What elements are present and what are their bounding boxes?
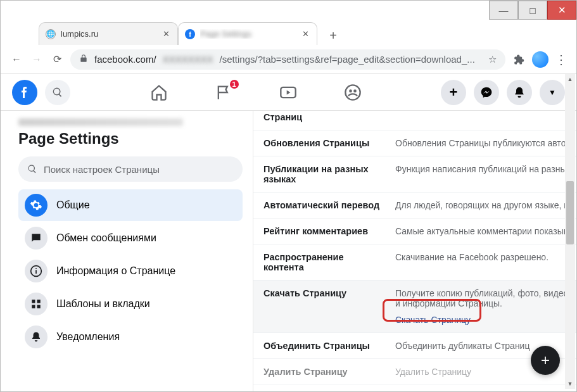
svg-point-5 xyxy=(35,236,37,237)
new-tab-button[interactable]: + xyxy=(324,26,343,45)
fb-center-nav: 1 xyxy=(78,82,433,103)
fb-header: 1 + ▼ xyxy=(1,74,576,111)
row-label: Удалить Страницу xyxy=(263,367,384,377)
search-icon xyxy=(27,164,37,174)
facebook-icon: f xyxy=(185,29,195,39)
bell-icon xyxy=(25,326,48,348)
home-icon[interactable] xyxy=(149,82,169,103)
info-icon xyxy=(25,260,48,282)
settings-row-comment-ranking[interactable]: Рейтинг комментариев Самые актуальные ко… xyxy=(253,218,576,244)
vertical-scrollbar[interactable]: ▲ ▼ xyxy=(565,74,575,389)
browser-tabs: 🌐 lumpics.ru ✕ f Page Settings ✕ + xyxy=(39,20,576,45)
settings-row-delete-page[interactable]: Удалить Страницу Удалить Страницу xyxy=(253,359,576,385)
grid-icon xyxy=(25,293,48,315)
help-fab-button[interactable]: + xyxy=(531,346,560,375)
globe-icon: 🌐 xyxy=(46,29,56,39)
notification-badge: 1 xyxy=(229,79,240,90)
sidebar-item-page-info[interactable]: Информация о Странице xyxy=(18,255,243,287)
sidebar-item-label: Шаблоны и вкладки xyxy=(56,298,150,310)
chat-icon xyxy=(25,227,48,250)
window-controls: — □ ✕ xyxy=(489,1,576,20)
bookmark-star-icon[interactable]: ☆ xyxy=(488,54,497,65)
window-minimize-button[interactable]: — xyxy=(489,1,518,20)
svg-point-6 xyxy=(37,236,39,237)
browser-menu-button[interactable]: ⋮ xyxy=(555,52,567,67)
settings-row-merge-pages[interactable]: Объединить Страницы Объединить дубликаты… xyxy=(253,333,576,359)
sidebar-item-label: Информация о Странице xyxy=(56,265,175,277)
url-input[interactable]: facebook.com/XXXXXXXX/settings/?tab=sett… xyxy=(70,49,505,70)
sidebar-nav: Общие Обмен сообщениями Информация о Стр… xyxy=(18,189,243,353)
tab-title: Page Settings xyxy=(200,29,296,39)
scroll-thumb[interactable] xyxy=(566,181,574,244)
row-desc xyxy=(395,112,570,122)
svg-rect-10 xyxy=(32,300,35,303)
watch-icon[interactable] xyxy=(278,82,298,103)
row-label: Обновления Страницы xyxy=(263,138,384,148)
settings-search-input[interactable]: Поиск настроек Страницы xyxy=(18,156,243,182)
row-desc: Обновления Страницы публикуются автомати… xyxy=(395,138,570,148)
sidebar-item-templates[interactable]: Шаблоны и вкладки xyxy=(18,288,243,320)
svg-rect-8 xyxy=(35,270,37,274)
scroll-down-icon[interactable]: ▼ xyxy=(565,379,575,389)
browser-tab-facebook[interactable]: f Page Settings ✕ xyxy=(178,22,317,45)
groups-icon[interactable] xyxy=(343,82,363,103)
svg-rect-11 xyxy=(37,300,41,303)
scroll-up-icon[interactable]: ▲ xyxy=(565,74,575,84)
tab-close-icon[interactable]: ✕ xyxy=(301,28,310,40)
forward-button[interactable]: → xyxy=(30,53,44,66)
browser-tab-lumpics[interactable]: 🌐 lumpics.ru ✕ xyxy=(39,22,178,45)
create-button[interactable]: + xyxy=(441,80,466,105)
settings-row-download-page[interactable]: Скачать Страницу Получите копию публикац… xyxy=(253,281,576,333)
tab-close-icon[interactable]: ✕ xyxy=(162,28,171,40)
search-placeholder: Поиск настроек Страницы xyxy=(44,164,160,175)
row-label: Рейтинг комментариев xyxy=(263,226,384,236)
row-desc: Для людей, говорящих на другом языке, мо… xyxy=(395,200,570,210)
page-body: Page Settings Поиск настроек Страницы Об… xyxy=(1,111,576,391)
url-host: facebook.com/ xyxy=(94,54,156,65)
address-bar: ← → ⟳ facebook.com/XXXXXXXX/settings/?ta… xyxy=(1,45,576,74)
reload-button[interactable]: ⟳ xyxy=(50,53,64,66)
page-title: Page Settings xyxy=(18,130,243,148)
svg-point-1 xyxy=(345,85,360,99)
row-label: Страниц xyxy=(263,112,384,122)
row-label: Объединить Страницы xyxy=(263,341,384,351)
url-path: /settings/?tab=settings&ref=page_edit&se… xyxy=(220,54,475,65)
sidebar-item-general[interactable]: Общие xyxy=(18,189,243,221)
settings-row-content-distribution[interactable]: Распространение контента Скачивание на F… xyxy=(253,244,576,281)
row-desc: Самые актуальные комментарии показываютс… xyxy=(395,226,570,236)
download-page-link[interactable]: Скачать Страницу xyxy=(395,315,471,325)
window-maximize-button[interactable]: □ xyxy=(518,1,547,20)
fb-search-button[interactable] xyxy=(45,80,70,105)
account-menu-button[interactable]: ▼ xyxy=(540,80,565,105)
left-sidebar: Page Settings Поиск настроек Страницы Об… xyxy=(1,111,253,391)
pages-flag-icon[interactable]: 1 xyxy=(213,82,234,103)
sidebar-item-label: Общие xyxy=(56,199,90,211)
notifications-button[interactable] xyxy=(507,80,532,105)
sidebar-item-messaging[interactable]: Обмен сообщениями xyxy=(18,222,243,254)
messenger-button[interactable] xyxy=(474,80,499,105)
settings-row[interactable]: Страниц xyxy=(253,111,576,130)
url-blurred-segment: XXXXXXXX xyxy=(163,54,213,65)
settings-row-multilang-posts[interactable]: Публикации на разных языках Функция напи… xyxy=(253,156,576,193)
row-label: Распространение контента xyxy=(263,252,384,272)
extensions-icon[interactable] xyxy=(512,53,526,66)
lock-icon xyxy=(79,54,88,65)
settings-row-auto-translate[interactable]: Автоматический перевод Для людей, говоря… xyxy=(253,193,576,218)
svg-rect-12 xyxy=(32,305,35,308)
tab-title: lumpics.ru xyxy=(61,29,156,39)
svg-rect-9 xyxy=(35,268,37,269)
page-viewport: 1 + ▼ xyxy=(1,74,576,391)
row-label: Автоматический перевод xyxy=(263,200,384,210)
row-desc-text: Получите копию публикаций, фото, видео и… xyxy=(395,288,568,308)
svg-point-2 xyxy=(349,89,352,92)
back-button[interactable]: ← xyxy=(10,53,23,66)
row-label: Скачать Страницу xyxy=(263,288,384,325)
sidebar-item-notifications[interactable]: Уведомления xyxy=(18,321,243,353)
settings-row-page-updates[interactable]: Обновления Страницы Обновления Страницы … xyxy=(253,130,576,156)
svg-rect-13 xyxy=(37,305,41,308)
gear-icon xyxy=(25,194,48,217)
fb-logo[interactable] xyxy=(12,80,37,105)
window-close-button[interactable]: ✕ xyxy=(547,1,576,20)
row-desc: Скачивание на Facebook разрешено. xyxy=(395,252,570,272)
profile-avatar[interactable] xyxy=(532,51,548,68)
